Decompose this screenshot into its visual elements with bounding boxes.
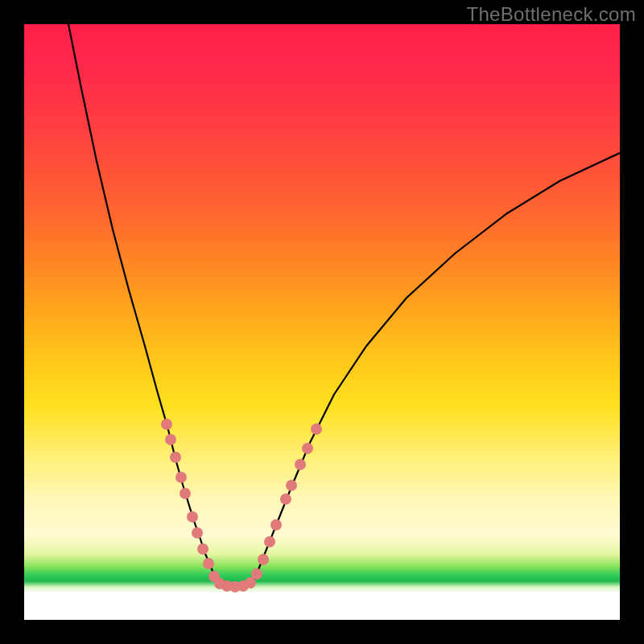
marker-dot xyxy=(203,558,214,569)
marker-dot xyxy=(286,480,297,491)
marker-dot xyxy=(187,511,198,522)
marker-dots xyxy=(161,419,322,592)
marker-dot xyxy=(197,543,208,555)
marker-dot xyxy=(295,459,306,470)
marker-dot xyxy=(311,423,322,435)
marker-dot xyxy=(270,519,282,530)
marker-dot xyxy=(258,554,269,565)
chart-stage: TheBottleneck.com xyxy=(0,0,644,644)
curve-left-branch xyxy=(68,24,218,583)
marker-dot xyxy=(180,488,191,499)
marker-dot xyxy=(170,452,181,463)
bottleneck-curve xyxy=(68,24,620,586)
marker-dot xyxy=(192,527,203,539)
marker-dot xyxy=(264,536,275,547)
plot-area xyxy=(24,24,620,620)
marker-dot xyxy=(165,434,176,445)
marker-dot xyxy=(251,568,262,580)
marker-dot xyxy=(161,419,172,430)
watermark-text: TheBottleneck.com xyxy=(466,3,636,26)
marker-dot xyxy=(175,472,187,483)
curve-layer xyxy=(24,24,620,620)
curve-right-branch xyxy=(253,153,620,583)
marker-dot xyxy=(302,443,313,454)
marker-dot xyxy=(280,493,291,505)
